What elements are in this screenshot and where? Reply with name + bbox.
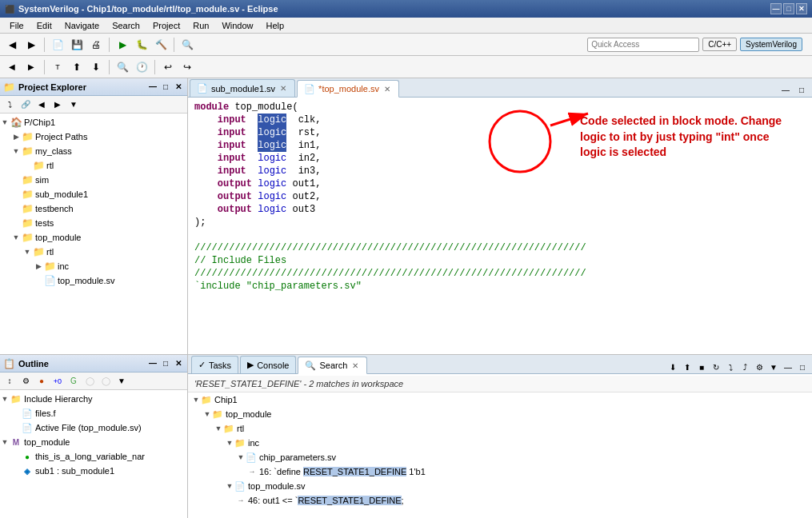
outline-toggle[interactable]: ▼ — [0, 435, 10, 449]
outline-toggle[interactable]: ▼ — [0, 392, 10, 406]
perspective-cpp-button[interactable]: C/C++ — [702, 38, 737, 51]
bottom-maximize-btn[interactable]: □ — [796, 361, 809, 373]
sr-item-Chip1[interactable]: ▼📁Chip1 — [188, 392, 812, 407]
redo-button[interactable]: ↪ — [178, 58, 196, 76]
outline-toggle[interactable] — [11, 464, 21, 478]
menu-item-help[interactable]: Help — [260, 19, 291, 32]
tree-item-inc[interactable]: ▶📁inc — [0, 259, 187, 273]
project-explorer-minimize-btn[interactable]: — — [147, 82, 158, 93]
tree-toggle-my-class[interactable]: ▼ — [11, 144, 21, 158]
tab-top-module-close[interactable]: ✕ — [382, 84, 392, 94]
menu-item-edit[interactable]: Edit — [30, 19, 58, 32]
prev-edit-button[interactable]: ◀ — [3, 58, 21, 76]
outline-filter-btn[interactable]: ⚙ — [18, 374, 33, 388]
tab-top-module[interactable]: 📄 *top_module.sv ✕ — [297, 80, 399, 98]
sr-toggle[interactable]: ▼ — [236, 450, 246, 464]
tree-item-rtl[interactable]: 📁rtl — [0, 158, 187, 173]
outline-item-files-f[interactable]: 📄files.f — [0, 406, 187, 420]
next-edit-button[interactable]: ▶ — [22, 58, 40, 76]
outline-item-sub1---sub-module1[interactable]: ◈sub1 : sub_module1 — [0, 464, 187, 478]
run-button[interactable]: ▶ — [114, 36, 131, 54]
outline-toggle[interactable] — [11, 420, 21, 435]
save-button[interactable]: 💾 — [68, 36, 86, 54]
sr-toggle[interactable]: ▼ — [202, 407, 212, 421]
tab-search[interactable]: 🔍 Search ✕ — [298, 357, 367, 374]
collapse-all-button[interactable]: ⤵ — [2, 98, 17, 112]
sr-item-top-module[interactable]: ▼📁top_module — [188, 407, 812, 421]
outline-toggle[interactable] — [11, 406, 21, 420]
back-button[interactable]: ◀ — [3, 36, 21, 54]
perspective-sv-button[interactable]: SystemVerilog — [740, 38, 802, 51]
tree-item-sim[interactable]: 📁sim — [0, 173, 187, 187]
tree-toggle-top-module[interactable]: ▼ — [11, 230, 21, 245]
search-stop-btn[interactable]: ■ — [695, 361, 708, 373]
code-editor[interactable]: module top_module( input logic clk, inpu… — [188, 98, 812, 354]
menu-item-navigate[interactable]: Navigate — [58, 19, 106, 32]
sr-item-16---define-RESET-STATE1-DEFIN[interactable]: →16: `define RESET_STATE1_DEFINE 1'b1 — [188, 464, 812, 479]
outline-circle1-btn[interactable]: ● — [34, 374, 49, 388]
tab-search-close[interactable]: ✕ — [350, 361, 360, 370]
tree-item-my-class[interactable]: ▼📁my_class — [0, 144, 187, 158]
outline-circle3-btn[interactable]: ◯ — [98, 374, 113, 388]
sr-item-46--out1-----RESET-STATE1-DEFI[interactable]: →46: out1 <= `RESET_STATE1_DEFINE; — [188, 493, 812, 508]
tree-toggle-rtl[interactable] — [22, 158, 32, 173]
search-refresh-btn[interactable]: ↻ — [710, 361, 722, 373]
outline-item-Active-File--top-module-sv-[interactable]: 📄Active File (top_module.sv) — [0, 420, 187, 435]
tree-toggle-top-module-sv[interactable] — [34, 273, 43, 288]
sr-toggle[interactable]: → — [236, 493, 246, 508]
outline-item-this-is-a-long-variable-nar[interactable]: ●this_is_a_long_variable_nar — [0, 449, 187, 464]
sr-item-inc[interactable]: ▼📁inc — [188, 436, 812, 450]
editor-minimize-btn[interactable]: — — [778, 82, 793, 97]
tree-toggle-P-Chip1[interactable]: ▼ — [0, 115, 10, 130]
pe-forward-button[interactable]: ▶ — [50, 98, 65, 112]
menu-item-file[interactable]: File — [3, 19, 30, 32]
maximize-button[interactable]: □ — [783, 3, 794, 14]
print-button[interactable]: 🖨 — [87, 36, 105, 54]
tree-item-tests[interactable]: 📁tests — [0, 216, 187, 230]
tree-toggle-tests[interactable] — [11, 216, 21, 230]
outline-minimize-btn[interactable]: — — [147, 358, 158, 369]
menu-item-run[interactable]: Run — [186, 19, 215, 32]
sr-toggle[interactable]: ▼ — [225, 436, 234, 450]
outline-circle2-btn[interactable]: ◯ — [82, 374, 97, 388]
bottom-minimize-btn[interactable]: — — [782, 361, 794, 373]
outline-toggle[interactable] — [11, 449, 21, 464]
search-expand-btn[interactable]: ⤴ — [738, 361, 751, 373]
project-explorer-maximize-btn[interactable]: □ — [160, 82, 171, 93]
outline-item-Include-Hierarchy[interactable]: ▼📁Include Hierarchy — [0, 392, 187, 406]
search-collapse-btn[interactable]: ⤵ — [724, 361, 737, 373]
sr-item-rtl[interactable]: ▼📁rtl — [188, 421, 812, 436]
close-button[interactable]: ✕ — [796, 3, 807, 14]
pe-menu-button[interactable]: ▼ — [66, 98, 81, 112]
tree-toggle-sim[interactable] — [11, 173, 21, 187]
tree-item-P-Chip1[interactable]: ▼🏠P/Chip1 — [0, 115, 187, 130]
sr-toggle[interactable]: ▼ — [214, 421, 223, 436]
tree-item-top-module-sv[interactable]: 📄top_module.sv — [0, 273, 187, 288]
outline-menu-btn[interactable]: ▼ — [114, 374, 129, 388]
tree-toggle-testbench[interactable] — [11, 201, 21, 216]
sr-item-top-module-sv[interactable]: ▼📄top_module.sv — [188, 479, 812, 493]
search-filter-btn[interactable]: ⚙ — [753, 361, 766, 373]
prev-annotation-button[interactable]: ⬆ — [68, 58, 86, 76]
sr-toggle[interactable]: ▼ — [225, 479, 234, 493]
tab-console[interactable]: ▶ Console — [240, 356, 296, 373]
quick-access-input[interactable] — [587, 38, 699, 52]
outline-g-btn[interactable]: G — [66, 374, 81, 388]
menu-item-search[interactable]: Search — [106, 19, 146, 32]
undo-button[interactable]: ↩ — [159, 58, 177, 76]
tree-item-top-module[interactable]: ▼📁top_module — [0, 230, 187, 245]
open-type-button[interactable]: T — [49, 58, 66, 76]
link-with-editor-button[interactable]: 🔗 — [18, 98, 33, 112]
editor-maximize-btn[interactable]: □ — [794, 82, 809, 97]
tree-toggle-Project-Paths[interactable]: ▶ — [11, 130, 21, 144]
project-explorer-close-btn[interactable]: ✕ — [173, 82, 184, 93]
tree-toggle-inc[interactable]: ▶ — [34, 259, 43, 273]
search-next-btn[interactable]: ⬇ — [666, 361, 679, 373]
outline-item-top-module[interactable]: ▼Mtop_module — [0, 435, 187, 449]
tree-item-sub-module1[interactable]: 📁sub_module1 — [0, 187, 187, 201]
tree-toggle-sub-module1[interactable] — [11, 187, 21, 201]
zoom-in-button[interactable]: 🔍 — [114, 58, 131, 76]
tree-item-Project-Paths[interactable]: ▶📁Project Paths — [0, 130, 187, 144]
outline-sort-btn[interactable]: ↕ — [2, 374, 17, 388]
tab-sub-module1[interactable]: 📄 sub_module1.sv ✕ — [190, 79, 295, 97]
